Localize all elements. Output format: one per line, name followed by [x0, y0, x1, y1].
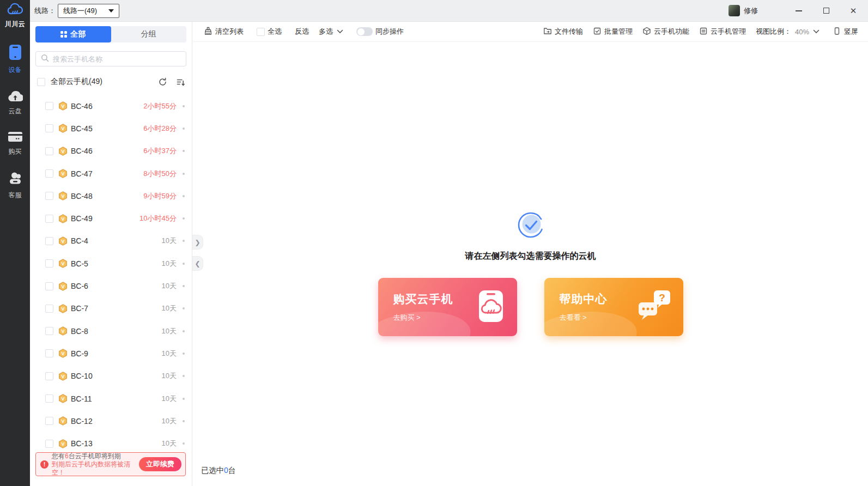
device-row[interactable]: V BC-48 9小时59分 [30, 185, 192, 207]
tab-groups[interactable]: 分组 [111, 26, 187, 42]
device-expiry: 10天 [162, 281, 177, 291]
device-row[interactable]: V BC-6 10天 [30, 275, 192, 297]
file-transfer-button[interactable]: 文件传输 [543, 27, 583, 37]
device-checkbox[interactable] [45, 237, 53, 245]
maximize-button[interactable] [817, 3, 835, 19]
batch-manage-button[interactable]: 批量管理 [593, 27, 633, 37]
device-checkbox[interactable] [45, 102, 53, 110]
view-scale-dropdown[interactable]: 视图比例： 40% [756, 27, 820, 37]
panel-expand-handle[interactable]: ❯ [192, 235, 203, 250]
device-expiry: 10天 [162, 303, 177, 313]
rail-item-support[interactable]: 客服 [8, 172, 22, 200]
vip-badge-icon: V [58, 416, 68, 426]
logo-cloud-icon [7, 3, 24, 19]
device-checkbox[interactable] [45, 417, 53, 425]
top-bar: 线路： 线路一(49) 修修 ✕ [30, 0, 868, 22]
device-checkbox[interactable] [45, 282, 53, 290]
device-row[interactable]: V BC-4 10天 [30, 230, 192, 252]
device-name: BC-12 [71, 417, 93, 426]
line-select-value: 线路一(49) [63, 6, 97, 16]
portrait-mode-button[interactable]: 竖屏 [833, 27, 858, 37]
device-row[interactable]: V BC-12 10天 [30, 410, 192, 432]
svg-text:V: V [62, 193, 65, 199]
device-name: BC-49 [71, 214, 93, 223]
renew-now-button[interactable]: 立即续费 [139, 457, 181, 471]
line-select-dropdown[interactable]: 线路一(49) [58, 4, 119, 18]
device-row[interactable]: V BC-49 10小时45分 [30, 207, 192, 229]
vip-badge-icon: V [58, 304, 68, 313]
refresh-icon[interactable] [158, 77, 167, 87]
user-avatar[interactable] [729, 5, 740, 16]
device-row[interactable]: V BC-8 10天 [30, 320, 192, 342]
check-circle-icon [517, 211, 545, 241]
device-row[interactable]: V BC-46 2小时55分 [30, 95, 192, 117]
vip-badge-icon: V [58, 394, 68, 403]
rail-item-label: 购买 [9, 147, 22, 156]
tab-all[interactable]: 全部 [35, 26, 111, 42]
device-checkbox[interactable] [45, 349, 53, 357]
sync-operation-toggle[interactable] [356, 27, 373, 36]
device-checkbox[interactable] [45, 147, 53, 155]
chevron-down-icon [337, 29, 343, 34]
device-checkbox[interactable] [45, 124, 53, 132]
device-checkbox[interactable] [45, 192, 53, 200]
empty-state: 请在左侧列表勾选需要操作的云机 [193, 211, 868, 262]
svg-text:?: ? [659, 292, 665, 303]
search-input[interactable] [53, 55, 181, 63]
select-all-devices-checkbox[interactable] [37, 78, 45, 86]
device-checkbox[interactable] [45, 259, 53, 268]
device-checkbox[interactable] [45, 215, 53, 223]
help-center-card[interactable]: 帮助中心 去看看 > ? [544, 278, 683, 336]
device-checkbox[interactable] [45, 440, 53, 448]
device-checkbox[interactable] [45, 394, 53, 403]
rail-item-label: 设备 [9, 65, 22, 75]
panel-collapse-handle[interactable]: ❮ [192, 256, 203, 271]
device-name: BC-9 [71, 349, 88, 358]
vip-badge-icon: V [58, 326, 68, 336]
device-row[interactable]: V BC-46 6小时37分 [30, 140, 192, 162]
warning-icon: ! [40, 460, 48, 469]
device-row[interactable]: V BC-11 10天 [30, 387, 192, 410]
device-name: BC-48 [71, 192, 93, 201]
buy-cloud-phone-card[interactable]: 购买云手机 去购买 > [378, 278, 517, 336]
minimize-button[interactable] [790, 3, 808, 19]
device-status-dot [183, 240, 185, 242]
svg-text:V: V [62, 216, 65, 221]
close-button[interactable]: ✕ [844, 3, 863, 19]
device-checkbox[interactable] [45, 305, 53, 313]
list-square-icon [699, 27, 708, 37]
rail-item-purchase[interactable]: 购买 [8, 131, 23, 156]
select-all-control[interactable]: 全选 [257, 27, 282, 37]
device-row[interactable]: V BC-45 6小时28分 [30, 117, 192, 139]
device-expiry: 10天 [162, 439, 177, 448]
device-name: BC-7 [71, 304, 88, 313]
tab-label: 全部 [70, 29, 86, 39]
device-name: BC-13 [71, 439, 93, 448]
device-checkbox[interactable] [45, 169, 53, 178]
device-checkbox[interactable] [45, 372, 53, 380]
multi-select-dropdown[interactable]: 多选 [319, 27, 343, 37]
sort-list-icon[interactable] [176, 77, 185, 87]
select-all-checkbox[interactable] [257, 28, 265, 36]
device-row[interactable]: V BC-5 10天 [30, 252, 192, 275]
device-checkbox[interactable] [45, 327, 53, 335]
device-row[interactable]: V BC-10 10天 [30, 365, 192, 387]
phone-manage-button[interactable]: 云手机管理 [699, 27, 746, 37]
clear-list-button[interactable]: 清空列表 [204, 27, 244, 37]
invert-select-button[interactable]: 反选 [295, 27, 309, 37]
rail-item-devices[interactable]: 设备 [8, 44, 22, 75]
device-status-dot [183, 217, 185, 220]
svg-text:V: V [62, 418, 65, 424]
phone-functions-button[interactable]: 云手机功能 [642, 27, 689, 37]
device-name: BC-5 [71, 259, 88, 268]
rail-item-label: 客服 [9, 191, 22, 200]
device-row[interactable]: V BC-9 10天 [30, 342, 192, 364]
vip-badge-icon: V [58, 169, 68, 178]
device-row[interactable]: V BC-7 10天 [30, 297, 192, 320]
device-status-dot [183, 307, 185, 309]
portrait-icon [833, 27, 841, 37]
device-status-dot [183, 150, 185, 152]
device-status-dot [183, 263, 185, 265]
device-row[interactable]: V BC-47 8小时50分 [30, 162, 192, 185]
rail-item-cloud-disk[interactable]: 云盘 [8, 90, 23, 116]
